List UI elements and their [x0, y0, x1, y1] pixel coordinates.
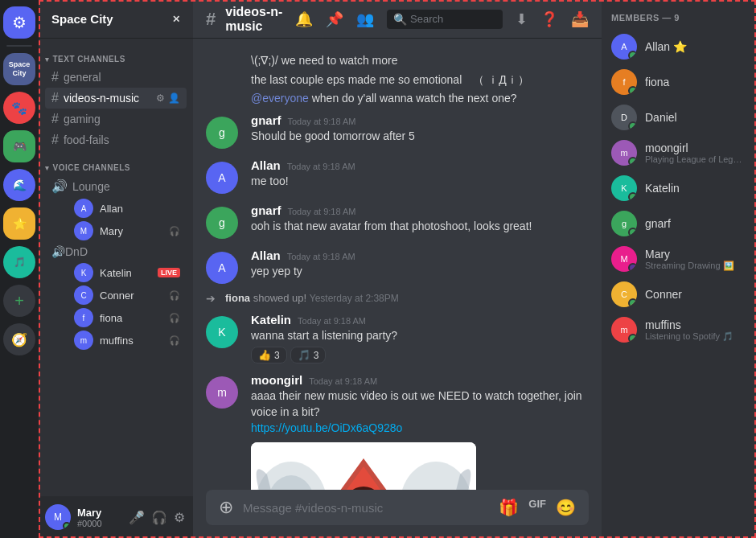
- server-icon-2[interactable]: 🐾: [3, 92, 35, 124]
- message-header: Allan Today at 9:18 AM: [251, 248, 589, 262]
- download-icon[interactable]: ⬇: [516, 10, 528, 28]
- member-item-katelin[interactable]: K Katelin: [605, 170, 753, 206]
- voice-user-mary[interactable]: M Mary 🎧: [68, 220, 187, 242]
- speaker-icon: 🔊: [51, 179, 68, 194]
- channel-actions: ⚙ 👤: [156, 92, 180, 104]
- live-badge: LIVE: [158, 268, 180, 277]
- message-timestamp: Today at 9:18 AM: [287, 252, 355, 261]
- avatar: C: [74, 285, 93, 305]
- system-message: ➔ fiona showed up! Yesterday at 2:38PM: [193, 289, 602, 308]
- members-icon[interactable]: 👥: [356, 10, 374, 28]
- message-group: \(;∇;)/ we need to watch more: [193, 51, 602, 71]
- avatar: m: [611, 317, 637, 343]
- avatar: A: [611, 34, 637, 60]
- channel-item-gaming[interactable]: # gaming: [45, 109, 187, 129]
- member-item-conner[interactable]: C Conner: [605, 277, 753, 312]
- voice-channel-dnd[interactable]: 🔊 DnD: [45, 242, 187, 261]
- server-icon-3[interactable]: 🎮: [3, 130, 35, 162]
- settings-icon[interactable]: ⚙: [156, 92, 165, 104]
- message-group: A Allan Today at 9:18 AM yep yep ty: [193, 244, 602, 289]
- channel-item-food-fails[interactable]: # food-fails: [45, 129, 187, 150]
- messages-area: \(;∇;)/ we need to watch more the last c…: [193, 39, 602, 490]
- server-name: Space City: [51, 12, 113, 26]
- channel-item-general[interactable]: # general: [45, 67, 187, 88]
- explore-icon[interactable]: 🧭: [3, 323, 35, 355]
- channel-item-videos-n-music[interactable]: # videos-n-music ⚙ 👤: [45, 88, 187, 109]
- message-text: ooh is that new avatar from that photosh…: [251, 219, 589, 235]
- emoji-icon[interactable]: 😊: [556, 498, 576, 517]
- category-arrow-icon: ▾: [45, 164, 50, 172]
- settings-icon[interactable]: ⚙: [172, 508, 187, 527]
- bell-icon[interactable]: 🔔: [295, 10, 313, 28]
- message-group: g gnarf Today at 9:18 AM Should be good …: [193, 109, 602, 154]
- member-item-moongirl[interactable]: m moongirl Playing League of Legends 🎮: [605, 135, 753, 170]
- reaction-thumbsup[interactable]: 👍 3: [251, 347, 287, 363]
- reaction-music[interactable]: 🎵 3: [290, 347, 327, 363]
- youtube-link[interactable]: https://youtu.be/OiDx6aQ928o: [251, 421, 402, 434]
- search-bar[interactable]: 🔍: [387, 10, 503, 29]
- chevron-down-icon: ✕: [172, 14, 180, 25]
- voice-channel-lounge[interactable]: 🔊 Lounge: [45, 175, 187, 197]
- member-item-daniel[interactable]: D Daniel: [605, 100, 753, 135]
- message-author[interactable]: gnarf: [251, 113, 281, 127]
- members-header: MEMBERS — 9: [602, 0, 756, 29]
- gif-icon[interactable]: GIF: [528, 498, 546, 517]
- message-input[interactable]: [243, 493, 489, 523]
- message-group: g gnarf Today at 9:18 AM ooh is that new…: [193, 199, 602, 244]
- message-content: gnarf Today at 9:18 AM Should be good to…: [251, 113, 589, 149]
- search-input[interactable]: [410, 13, 496, 25]
- member-name: Conner: [645, 288, 746, 301]
- deafen-icon[interactable]: 🎧: [150, 508, 169, 527]
- message-timestamp: Today at 9:18 AM: [288, 117, 356, 126]
- server-icon-4[interactable]: 🌊: [3, 169, 35, 201]
- message-author[interactable]: gnarf: [251, 203, 281, 217]
- message-group: K Katelin Today at 9:18 AM wanna start a…: [193, 308, 602, 369]
- member-name: Katelin: [645, 182, 746, 195]
- status-indicator: [628, 121, 637, 130]
- message-author[interactable]: Allan: [251, 158, 281, 172]
- member-item-muffins[interactable]: m muffins Listening to Spotify 🎵: [605, 312, 753, 347]
- voice-user-muffins[interactable]: m muffins 🎧: [68, 329, 187, 351]
- voice-user-fiona[interactable]: f fiona 🎧: [68, 306, 187, 329]
- avatar: K: [74, 263, 93, 282]
- hash-icon: #: [51, 70, 59, 84]
- message-author[interactable]: Allan: [251, 248, 281, 262]
- pin-icon[interactable]: 📌: [326, 10, 343, 28]
- voice-user-name: Conner: [100, 290, 162, 302]
- server-icon-5[interactable]: ⭐: [3, 207, 35, 240]
- member-info: Daniel: [645, 111, 746, 124]
- server-icon-spacecity[interactable]: Space City: [3, 53, 35, 85]
- add-server-button[interactable]: +: [3, 285, 35, 317]
- username: Mary: [77, 507, 121, 519]
- inbox-icon[interactable]: 📥: [571, 10, 589, 28]
- voice-user-conner[interactable]: C Conner 🎧: [68, 284, 187, 306]
- channel-title: videos-n-music: [225, 5, 286, 34]
- add-user-icon[interactable]: 👤: [168, 92, 180, 104]
- message-author[interactable]: moongirl: [251, 373, 302, 387]
- member-item-mary[interactable]: M Mary Streaming Drawing 🖼️: [605, 241, 753, 277]
- message-text: \(;∇;)/ we need to watch more: [251, 53, 398, 69]
- gift-icon[interactable]: 🎁: [499, 498, 519, 517]
- voice-user-allan[interactable]: A Allan: [68, 197, 187, 220]
- members-panel: MEMBERS — 9 A Allan ⭐ f fiona D Daniel: [602, 0, 756, 538]
- status-indicator: [628, 51, 637, 60]
- member-item-allan[interactable]: A Allan ⭐: [605, 29, 753, 64]
- member-item-gnarf[interactable]: g gnarf: [605, 206, 753, 241]
- video-embed[interactable]: BEAK ▶: [251, 442, 476, 490]
- member-item-fiona[interactable]: f fiona: [605, 64, 753, 100]
- headphones-icon: 🎧: [169, 313, 180, 323]
- help-icon[interactable]: ❓: [540, 10, 558, 28]
- message-author[interactable]: Katelin: [251, 313, 291, 326]
- member-name: Allan ⭐: [645, 40, 746, 53]
- add-file-icon[interactable]: ⊕: [219, 497, 233, 518]
- voice-channels-category[interactable]: ▾ VOICE CHANNELS: [39, 154, 193, 175]
- message-text: Should be good tomorrow after 5: [251, 129, 589, 145]
- member-name: Mary: [645, 248, 746, 261]
- text-channels-category[interactable]: ▾ TEXT CHANNELS: [39, 45, 193, 67]
- voice-user-katelin[interactable]: K Katelin LIVE: [68, 261, 187, 284]
- server-icon-6[interactable]: 🎵: [3, 246, 35, 278]
- message-timestamp: Today at 9:18 AM: [287, 162, 355, 171]
- discord-home-icon[interactable]: ⚙: [3, 6, 35, 39]
- server-header[interactable]: Space City ✕: [39, 0, 193, 39]
- mute-icon[interactable]: 🎤: [127, 508, 146, 527]
